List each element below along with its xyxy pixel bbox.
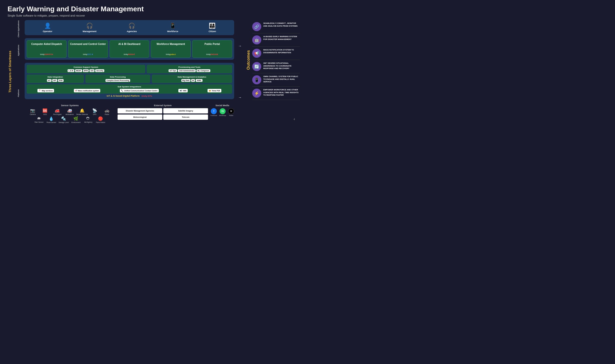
fire-engine-icon: 🚒 [55,108,60,113]
main-diagram: 👤 Operator 🎧 Management 🎧 Agencies 📱 Wor… [25,20,234,123]
workforce-label: Workforce [167,30,178,33]
whatsapp-icon: W [220,108,226,114]
data-management-block: Data Management & Analytics Big Data BI … [152,75,232,83]
left-label: Three Layers of Smartness [8,20,12,123]
ext-dma: Disaster Management Agencies [118,108,162,113]
outcome-1-text: SEAMLESSLY CONNECT , MONITOR AND ANALYZE… [263,22,300,27]
notification-icon: 📢 [75,90,77,92]
app-cad-trinity: trinityDISPATCH [40,53,53,55]
environment-icon: 🌿 [73,116,78,121]
sub-item-unified-comm: 📞 Unified Communication/ Contact Centre [120,89,159,92]
client-workforce: 📱 Workforce [167,23,178,33]
ambulance-icon: 🚑 [67,108,72,113]
outcome-5-text: OMNI CHANNEL SYSTEM FOR PUBLIC TO ENGAGE… [263,75,300,83]
mid-arrows: → → [237,20,243,123]
sub-item-map: 📍 Map services [37,89,54,92]
client-apps-section: 👤 Operator 🎧 Management 🎧 Agencies 📱 Wor… [25,20,234,35]
page-title: Early Warning and Disaster Management [8,5,300,13]
platform-row-2: Data Integration IoT API ESB Data Proces… [27,75,232,83]
whatsapp-label: WhatsApp [219,115,226,116]
outcome-1: 🔗 SEAMLESSLY CONNECT , MONITOR AND ANALY… [252,20,300,33]
platform-item-bi: BI [191,79,195,82]
platform-item-cadmin: CAD Administrator [178,69,196,72]
outcome-2: 🤖 AI-BASED EARLY WARNING SYSTEM FOR DISA… [252,33,300,47]
sensor-rain: 🌧 Rain Sensor [33,116,45,123]
ext-satellite: Satellite Imagery [163,108,208,113]
trinity-iot-label: trinity IOTx [141,95,152,97]
social-label: Social Media [211,104,234,107]
page-number: 4 [293,118,295,121]
sos-icon: 🆘 [42,108,47,113]
sensor-camera: 📷 Camera [27,108,38,115]
vms-icon: 📹 [180,90,182,92]
client-management: 🎧 Management [83,23,96,33]
common-support-title: Common Support System [28,66,144,68]
app-aibi: AI & BI Dashboard trinityINSIGHT [110,40,149,58]
app-aibi-trinity: trinityINSIGHT [124,53,135,55]
twitter-label: Twitter [229,115,233,116]
management-label: Management [83,30,96,33]
social-facebook: f Facebook [211,108,217,116]
data-management-title: Data Management & Analytics [153,76,231,78]
outcome-1-icon: 🔗 [252,22,261,31]
platform-layer-label: Platform [17,89,20,97]
arrow-top: → [238,44,242,48]
smoke-detector-icon: 🔔 [80,108,85,113]
sensor-grid: 📷 Camera 🆘 SOS 🚒 Fire Engine 🚑 [25,108,115,123]
platform-item-cep: Complex Event Processing [106,79,130,82]
data-integration-items: IoT API ESB [28,79,82,82]
sensor-section: Sensor Systems 📷 Camera 🆘 SOS 🚒 Fire [25,104,115,123]
external-label: External System [118,104,208,107]
rain-sensor-icon: 🌧 [37,116,41,121]
app-portal: Public Portal trinityENGAGE [192,40,232,58]
data-management-items: Big Data BI AI/ML [153,79,231,82]
comm-icon: 📞 [121,90,123,92]
outcomes-label: Outcomes [246,20,251,100]
twitter-icon: ✕ [228,108,234,114]
flood-sensor-icon: 💧 [49,116,54,121]
police-icon: 🚓 [105,108,110,113]
sensor-sos: 🆘 SOS [39,108,51,115]
outcome-6-text: EMPOWER WORKFORCE AND OTHER AGENCIES WIT… [263,89,300,97]
data-processing-block: Data Processing Complex Event Processing [85,75,150,83]
sensor-sewage: 🔩 Sewage Level [58,116,69,123]
outcome-6-icon: ⚡ [252,89,261,98]
social-icons: f Facebook W WhatsApp ✕ Twitter [211,108,234,116]
sensor-police: 🚓 Police [101,108,113,115]
app-cad-title: Computer Aided Dispatch [31,42,62,46]
app-workforce: Workforce Management trinitypulse.t [151,40,191,58]
provisioning-title: Provisioning and Tools [148,66,231,68]
outcome-5-icon: 📱 [252,75,261,84]
app-aibi-title: AI & BI Dashboard [118,42,140,46]
platform-item-aiml: AI/ML [196,79,202,82]
sensor-fire-engine: 🚒 Fire Engine [52,108,63,115]
outcomes-list: 🔗 SEAMLESSLY CONNECT , MONITOR AND ANALY… [252,20,300,100]
social-twitter: ✕ Twitter [228,108,234,116]
iot-label: IoT & AI based Digital Platform trinity … [27,95,232,97]
sub-systems-block: Sub System Integrations 📍 Map services 📢… [27,84,232,94]
agencies-label: Agencies [127,30,137,33]
sensor-aid-agency: ⛑ Aid Agency [83,116,94,123]
platform-row-1: Common Support System L & M MEAP BPM GIS… [27,65,232,73]
facebook-label: Facebook [211,115,217,116]
app-portal-title: Public Portal [204,42,220,46]
client-layer-label: Client Applications [17,20,20,37]
aid-agency-icon: ⛑ [86,116,90,121]
provisioning-items: IoT Ops CAD Administrator ML Composer [148,69,231,72]
page-subtitle: Single Suite software to mitigate, prepa… [8,14,300,17]
social-whatsapp: W WhatsApp [219,108,226,116]
platform-item-mlcomposer: ML Composer [196,69,210,72]
layer-labels-strip: Client Applications Applications Platfor… [15,20,22,123]
operator-icon: 👤 [44,23,51,29]
client-citizen: 👨‍👩‍👧 Citizen [209,23,216,33]
platform-item-gis: GIS [89,69,94,72]
platform-item-iotops: IoT Ops [169,69,177,72]
outcome-2-icon: 🤖 [252,35,261,44]
platform-item-iot: IoT [47,79,52,82]
sub-item-vms: 📹 VMS [178,89,188,92]
client-agencies: 🎧 Agencies [127,23,137,33]
platform-item-esb: ESB [58,79,64,82]
ext-telecom: Telecom [163,114,208,120]
operator-label: Operator [43,30,52,33]
sensor-panic: 🔴 Panic Button [95,116,106,123]
